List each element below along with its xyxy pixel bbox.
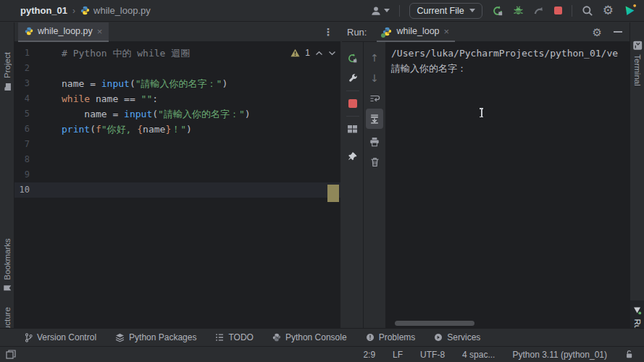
sidebar-item-bookmarks[interactable]: Bookmarks [0, 231, 14, 299]
down-arrow-icon[interactable]: ↓ [366, 68, 383, 88]
line-number[interactable]: 7 [14, 137, 30, 152]
code-line[interactable]: 8 [14, 152, 340, 167]
hide-tool-window-icon[interactable] [614, 31, 622, 33]
code-line-text: name = input("請輸入你的名字：") [62, 76, 227, 91]
run-console[interactable]: /Users/luka/PycharmProjects/python_01/ve… [385, 42, 630, 328]
divider [346, 90, 359, 91]
printer-icon[interactable] [366, 132, 383, 152]
user-icon[interactable] [370, 6, 390, 16]
rerun-icon[interactable] [344, 48, 361, 68]
toolwindow-version-control[interactable]: Version Control [25, 332, 96, 342]
up-arrow-icon[interactable]: ↑ [366, 48, 383, 68]
run-config-selector[interactable]: Current File [409, 3, 482, 19]
sidebar-item-project[interactable]: Project [0, 35, 14, 108]
line-number[interactable]: 1 [14, 46, 30, 61]
line-number[interactable]: 5 [14, 106, 30, 122]
search-icon[interactable] [582, 5, 593, 17]
window-layouts-icon[interactable] [6, 350, 16, 359]
warning-count: 1 [305, 48, 310, 58]
run-panel-title: Run: [347, 27, 367, 38]
inspection-widget[interactable]: 1 [290, 48, 336, 58]
profiler-icon [533, 5, 545, 16]
code-line-text: print(f"你好, {name}！") [62, 122, 192, 137]
wrench-icon[interactable] [344, 68, 361, 88]
toolwindow-label: Python Packages [129, 332, 196, 342]
divider [399, 5, 400, 17]
terminal-icon [633, 41, 643, 50]
pin-icon[interactable] [344, 146, 361, 167]
chevron-down-icon [384, 9, 390, 12]
line-number[interactable]: 4 [14, 91, 30, 106]
restore-layout-icon[interactable] [344, 119, 361, 139]
code-editor[interactable]: 1# Python 中的 while 迴圈23name = input("請輸入… [14, 42, 340, 328]
toolwindow-python-console[interactable]: Python Console [272, 332, 347, 342]
code-line[interactable]: 4while name == "": [14, 91, 340, 106]
indent-setting[interactable]: 4 spac... [462, 350, 495, 360]
stop-icon[interactable] [344, 93, 361, 114]
toolwindow-problems[interactable]: Problems [366, 332, 416, 342]
editor-area: while_loop.py × ⋮ 1# Python 中的 while 迴圈2… [14, 22, 340, 328]
breadcrumb-project[interactable]: python_01 [20, 5, 67, 16]
line-number[interactable]: 3 [14, 76, 30, 91]
code-line[interactable]: 10 [14, 182, 340, 198]
code-line[interactable]: 5 name = input("請輸入你的名字：") [14, 106, 340, 122]
toolwindow-services[interactable]: Services [434, 332, 480, 342]
line-number[interactable]: 8 [14, 152, 30, 167]
python-file-icon [25, 27, 33, 35]
settings-gear-icon[interactable]: ⚙ [593, 27, 602, 38]
scrollbar-caret-marker[interactable] [327, 185, 339, 202]
problems-icon [366, 333, 375, 342]
debug-icon[interactable] [513, 5, 524, 16]
toolwindow-label: Services [447, 332, 480, 342]
pycharm-logo-icon[interactable] [623, 4, 637, 17]
scroll-to-end-icon[interactable] [366, 109, 383, 129]
cursor-position[interactable]: 2:9 [363, 350, 375, 360]
pycharm-window: python_01 › while_loop.py Current File [0, 0, 644, 362]
divider [572, 5, 572, 17]
file-encoding[interactable]: UTF-8 [420, 350, 445, 360]
settings-gear-icon[interactable]: ⚙ [603, 4, 614, 17]
rerun-icon[interactable] [492, 5, 503, 17]
breadcrumb-file[interactable]: while_loop.py [93, 5, 151, 16]
code-line[interactable]: 7 [14, 137, 340, 152]
run-main-toolbar [342, 42, 364, 328]
python-interpreter[interactable]: Python 3.11 (python_01) [512, 350, 607, 360]
console-output-line: /Users/luka/PycharmProjects/python_01/ve [391, 46, 630, 61]
run-tab-while-loop[interactable]: while_loop × [377, 22, 455, 42]
stop-icon[interactable] [554, 7, 562, 14]
statusbar: 2:9 LF UTF-8 4 spac... Python 3.11 (pyth… [0, 346, 644, 362]
line-separator[interactable]: LF [393, 350, 403, 360]
close-icon[interactable]: × [444, 27, 450, 36]
code-lines: 1# Python 中的 while 迴圈23name = input("請輸入… [14, 46, 340, 198]
code-line-text: while name == "": [62, 91, 158, 106]
prev-warning-chevron-up-icon[interactable] [315, 51, 323, 56]
next-warning-chevron-down-icon[interactable] [328, 51, 336, 56]
console-prompt-line: 請輸入你的名字： [391, 61, 630, 76]
python-running-icon [382, 27, 392, 36]
unlock-icon[interactable] [624, 350, 634, 359]
horizontal-scrollbar[interactable] [395, 321, 474, 326]
warning-icon [290, 49, 300, 57]
toolwindow-todo[interactable]: TODO [215, 332, 253, 342]
code-line[interactable]: 2 [14, 61, 340, 76]
line-number[interactable]: 6 [14, 122, 30, 137]
editor-tab-bar: while_loop.py × ⋮ [14, 22, 340, 42]
editor-options-kebab-icon[interactable]: ⋮ [323, 26, 333, 38]
sidebar-item-terminal[interactable]: Terminal [630, 25, 644, 101]
stripe-label: Project [3, 52, 12, 78]
python-icon [272, 333, 281, 342]
titlebar: python_01 › while_loop.py Current File [0, 0, 644, 22]
close-icon[interactable]: × [97, 27, 103, 36]
softwrap-icon[interactable] [366, 88, 383, 109]
trash-icon[interactable] [366, 152, 383, 172]
line-number[interactable]: 9 [14, 167, 30, 182]
editor-tab-while-loop[interactable]: while_loop.py × [18, 22, 109, 42]
code-line[interactable]: 3name = input("請輸入你的名字：") [14, 76, 340, 91]
code-line[interactable]: 9 [14, 167, 340, 182]
line-number[interactable]: 10 [14, 182, 30, 198]
text-cursor [479, 108, 484, 117]
code-line[interactable]: 6print(f"你好, {name}！") [14, 122, 340, 137]
stripe-label: Bookmarks [3, 238, 12, 280]
line-number[interactable]: 2 [14, 61, 30, 76]
toolwindow-python-packages[interactable]: Python Packages [115, 332, 196, 342]
